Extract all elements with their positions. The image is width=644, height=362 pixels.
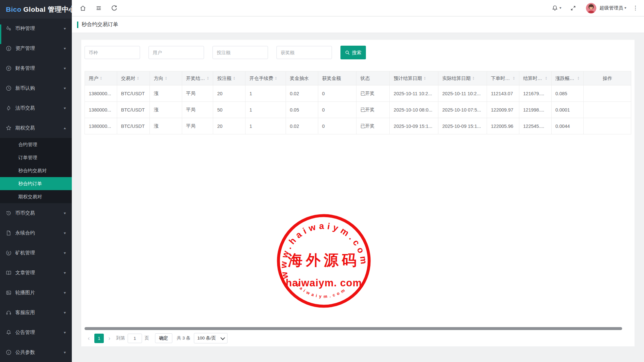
table-cell: 涨 <box>150 85 182 102</box>
refresh-icon[interactable] <box>111 5 118 11</box>
filter-input-1[interactable] <box>149 46 204 59</box>
topbar: ▼ 超级管理员 ▼ ⋮ <box>72 0 644 16</box>
table-cell: 0.0044 <box>551 118 584 134</box>
table-cell: 已开奖 <box>356 102 389 118</box>
table-cell: 0 <box>318 102 356 118</box>
column-header-9[interactable]: 预计结算日期▲▼ <box>390 71 438 85</box>
confirm-page-button[interactable]: 确定 <box>155 333 172 343</box>
horizontal-scrollbar-thumb[interactable] <box>85 327 622 330</box>
total-count-label: 共 3 条 <box>177 335 191 341</box>
sidebar-item-4[interactable]: 法币交易▼ <box>0 98 72 118</box>
sidebar-subitem-5-0[interactable]: 合约管理 <box>0 138 72 151</box>
column-header-12[interactable]: 结算时价...▲▼ <box>519 71 551 85</box>
sidebar-subitem-5-4[interactable]: 期权交易对 <box>0 190 72 203</box>
filter-input-2[interactable] <box>212 46 268 59</box>
caret-down-icon: ▼ <box>63 351 67 354</box>
sidebar-item-2[interactable]: ¥财务管理▼ <box>0 58 72 78</box>
sidebar-scrollbar-thumb[interactable] <box>0 24 1 44</box>
sidebar-item-label: 财务管理 <box>15 65 63 71</box>
column-header-label: 涨跌幅度... <box>556 75 576 82</box>
filter-input-0[interactable] <box>85 46 140 59</box>
column-header-label: 投注额 <box>217 75 231 82</box>
table-row: 1380000...BTC/USDT涨平局5010.050已开奖2025-10-… <box>85 102 631 118</box>
column-header-6: 奖金抽水 <box>286 71 318 85</box>
sidebar-subitem-5-3[interactable]: 秒合约订单 <box>0 177 72 190</box>
column-header-label: 开仓手续费 <box>249 75 273 82</box>
sidebar-item-9[interactable]: 文章管理▼ <box>0 263 72 283</box>
sidebar-item-label: 币种管理 <box>15 25 63 32</box>
column-header-label: 方向 <box>154 75 163 82</box>
sidebar-item-label: 新币认购 <box>15 85 63 91</box>
fullscreen-icon[interactable] <box>570 5 576 11</box>
sidebar-item-0[interactable]: 币种管理▼ <box>0 19 72 38</box>
column-header-5[interactable]: 开仓手续费▲▼ <box>245 71 286 85</box>
page-size-select[interactable]: 100 条/页 <box>194 333 228 343</box>
sort-icon: ▲▼ <box>165 76 167 80</box>
sidebar-subitem-5-2[interactable]: 秒合约交易对 <box>0 164 72 177</box>
page-number-button[interactable]: 1 <box>94 334 104 343</box>
prev-page-button[interactable]: ‹ <box>85 335 93 342</box>
column-header-1[interactable]: 交易对▲▼ <box>117 71 149 85</box>
table-cell: 平局 <box>182 85 213 102</box>
column-header-wrap: 开仓手续费▲▼ <box>249 75 282 82</box>
column-header-label: 预计结算日期 <box>394 75 422 82</box>
column-header-label: 实际结算日期 <box>442 75 471 82</box>
sidebar-item-label: 永续合约 <box>15 230 63 236</box>
avatar[interactable] <box>586 3 596 13</box>
column-header-label: 操作 <box>603 75 612 82</box>
column-header-0[interactable]: 用户▲▼ <box>85 71 117 85</box>
sidebar-item-3[interactable]: 新币认购▼ <box>0 78 72 98</box>
column-header-13[interactable]: 涨跌幅度...▲▼ <box>551 71 584 85</box>
caret-down-icon: ▼ <box>63 331 67 334</box>
sidebar-item-label: 币币交易 <box>15 210 63 216</box>
star-icon <box>6 125 11 131</box>
table-cell: 0 <box>318 118 356 134</box>
sidebar-item-13[interactable]: 公共参数▼ <box>0 342 72 362</box>
notification-dropdown[interactable]: ▼ <box>552 5 562 11</box>
admin-dropdown[interactable]: 超级管理员 ▼ <box>600 5 627 11</box>
orders-card: 搜索 用户▲▼交易对▲▼方向▲▼开奖结果...▲▼投注额▲▼开仓手续费▲▼奖金抽… <box>81 40 635 346</box>
horizontal-scrollbar <box>85 327 622 330</box>
caret-down-icon: ▼ <box>63 271 67 275</box>
sidebar-item-11[interactable]: 客服应用▼ <box>0 303 72 323</box>
column-header-2[interactable]: 方向▲▼ <box>150 71 182 85</box>
table-cell: 0.05 <box>286 102 318 118</box>
filter-input-3[interactable] <box>276 46 332 59</box>
sidebar-item-8[interactable]: €矿机管理▼ <box>0 243 72 263</box>
sidebar-item-10[interactable]: 轮播图片▼ <box>0 283 72 303</box>
sort-icon: ▲▼ <box>472 76 475 80</box>
sort-icon: ▲▼ <box>545 76 547 80</box>
column-header-10[interactable]: 实际结算日期▲▼ <box>438 71 487 85</box>
home-icon[interactable] <box>80 5 86 11</box>
table-cell: 122545.... <box>519 118 551 134</box>
column-header-3[interactable]: 开奖结果...▲▼ <box>182 71 213 85</box>
sidebar-item-1[interactable]: $资产管理▼ <box>0 38 72 58</box>
sidebar-item-7[interactable]: 永续合约▼ <box>0 223 72 243</box>
column-header-7: 获奖金额 <box>318 71 356 85</box>
sidebar-item-label: 矿机管理 <box>15 250 63 256</box>
table-cell: 已开奖 <box>356 118 389 134</box>
euro-circle-icon: € <box>6 250 11 256</box>
column-header-wrap: 奖金抽水 <box>290 75 314 82</box>
brand-logo: Bico Global 管理中心 <box>0 0 72 19</box>
column-header-4[interactable]: 投注额▲▼ <box>213 71 245 85</box>
search-icon <box>345 50 350 55</box>
sidebar-item-12[interactable]: 公告管理▼ <box>0 323 72 342</box>
next-page-button[interactable]: › <box>105 335 114 342</box>
goto-page-input[interactable] <box>128 334 142 343</box>
caret-down-icon: ▼ <box>63 251 67 255</box>
sidebar-item-6[interactable]: 币币交易▼ <box>0 203 72 223</box>
menu-fold-icon[interactable] <box>95 5 102 11</box>
table-header-row: 用户▲▼交易对▲▼方向▲▼开奖结果...▲▼投注额▲▼开仓手续费▲▼奖金抽水获奖… <box>85 71 631 85</box>
column-header-wrap: 下单时价...▲▼ <box>491 75 515 82</box>
column-header-label: 下单时价... <box>491 75 511 82</box>
sidebar-subitem-5-1[interactable]: 订单管理 <box>0 151 72 164</box>
column-header-8: 状态 <box>356 71 389 85</box>
more-vertical-icon[interactable]: ⋮ <box>633 5 638 11</box>
table-cell: 1 <box>245 102 286 118</box>
caret-down-icon: ▼ <box>63 87 67 90</box>
sidebar-item-5[interactable]: 期权交易▲ <box>0 118 72 138</box>
column-header-11[interactable]: 下单时价...▲▼ <box>487 71 519 85</box>
search-button[interactable]: 搜索 <box>340 46 366 59</box>
sidebar-item-label: 客服应用 <box>15 309 63 316</box>
